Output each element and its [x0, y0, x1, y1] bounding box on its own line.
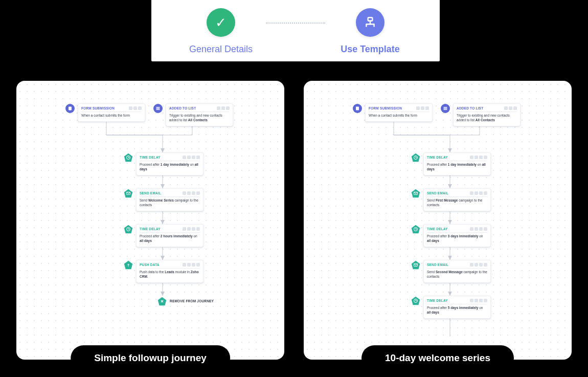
- step-time-delay[interactable]: TIME DELAY Proceed after 3 days immediat…: [411, 224, 491, 247]
- step-send-email[interactable]: SEND EMAIL Send First Message campaign t…: [411, 188, 491, 211]
- step-label: General Details: [189, 44, 253, 55]
- trigger-added-to-list[interactable]: ADDED TO LIST Trigger to existing and ne…: [153, 103, 233, 126]
- node-toolbar[interactable]: [129, 106, 142, 110]
- clock-icon: [411, 153, 420, 162]
- clock-icon: [411, 225, 420, 234]
- form-icon: [353, 104, 362, 113]
- exit-icon: [157, 297, 167, 306]
- step-general-details[interactable]: ✓ General Details: [180, 8, 262, 55]
- trigger-added-to-list[interactable]: ADDED TO LIST Trigger to existing and ne…: [441, 103, 521, 126]
- svg-marker-25: [448, 292, 452, 296]
- step-time-delay[interactable]: TIME DELAY Proceed after 2 hours immedia…: [124, 224, 203, 247]
- check-icon: ✓: [207, 8, 235, 37]
- step-time-delay[interactable]: TIME DELAY Proceed after 1 day immediate…: [411, 152, 491, 175]
- step-use-template[interactable]: Use Template: [329, 8, 411, 55]
- journey-canvas: FORM SUBMISSION When a contact submits t…: [304, 81, 572, 360]
- step-label: Use Template: [341, 44, 400, 55]
- trigger-form-submission[interactable]: FORM SUBMISSION When a contact submits t…: [65, 103, 145, 122]
- wizard-stepper: ✓ General Details Use Template: [151, 0, 440, 55]
- step-time-delay[interactable]: TIME DELAY Proceed after 1 day immediate…: [124, 152, 203, 175]
- end-remove-from-journey[interactable]: REMOVE FROM JOURNEY: [157, 296, 214, 306]
- svg-rect-27: [356, 107, 359, 110]
- form-icon: [65, 104, 75, 113]
- connectors: [16, 81, 284, 360]
- svg-rect-11: [156, 107, 160, 107]
- node-toolbar[interactable]: [470, 227, 487, 231]
- node-toolbar[interactable]: [470, 156, 487, 159]
- stepper-connector: [266, 23, 325, 24]
- svg-rect-28: [444, 107, 447, 107]
- template-card-simple-followup[interactable]: FORM SUBMISSION When a contact submits t…: [16, 81, 284, 360]
- mail-icon: [411, 260, 420, 270]
- list-icon: [441, 104, 450, 113]
- svg-marker-21: [448, 220, 452, 224]
- step-send-email[interactable]: SEND EMAIL Send Welcome Series campaign …: [124, 188, 203, 211]
- node-toolbar[interactable]: [470, 191, 487, 195]
- clock-icon: [124, 225, 133, 234]
- mail-icon: [124, 189, 133, 198]
- trigger-form-submission[interactable]: FORM SUBMISSION When a contact submits t…: [353, 103, 433, 122]
- clock-icon: [124, 153, 133, 162]
- svg-marker-3: [161, 184, 165, 188]
- template-caption: Simple followup journey: [71, 345, 230, 371]
- node-toolbar[interactable]: [217, 106, 230, 110]
- svg-marker-9: [161, 292, 165, 296]
- node-toolbar[interactable]: [470, 263, 487, 267]
- template-caption: 10-day welcome series: [361, 345, 514, 371]
- svg-marker-5: [161, 220, 165, 224]
- template-gallery: FORM SUBMISSION When a contact submits t…: [16, 81, 572, 360]
- node-toolbar[interactable]: [183, 227, 200, 231]
- upload-icon: [124, 260, 133, 270]
- step-push-data[interactable]: PUSH DATA Push data to the Leads module …: [124, 260, 203, 283]
- node-toolbar[interactable]: [470, 299, 487, 302]
- journey-canvas: FORM SUBMISSION When a contact submits t…: [16, 81, 284, 360]
- template-icon: [356, 8, 385, 37]
- mail-icon: [411, 189, 420, 198]
- clock-icon: [411, 296, 420, 305]
- node-toolbar[interactable]: [504, 106, 517, 110]
- step-time-delay[interactable]: TIME DELAY Proceed after 5 days immediat…: [411, 296, 491, 319]
- node-toolbar[interactable]: [183, 263, 200, 267]
- svg-rect-13: [156, 109, 160, 110]
- svg-marker-1: [161, 148, 165, 152]
- node-toolbar[interactable]: [416, 106, 429, 110]
- stepper-panel: ✓ General Details Use Template: [151, 0, 440, 61]
- node-toolbar[interactable]: [183, 191, 200, 195]
- svg-marker-23: [448, 256, 452, 260]
- step-send-email[interactable]: SEND EMAIL Send Second Message campaign …: [411, 260, 491, 283]
- svg-rect-29: [444, 108, 447, 108]
- svg-marker-19: [448, 184, 452, 188]
- template-card-10-day-welcome[interactable]: FORM SUBMISSION When a contact submits t…: [304, 81, 572, 360]
- svg-marker-17: [448, 148, 452, 152]
- svg-rect-12: [156, 108, 160, 108]
- list-icon: [153, 104, 163, 113]
- svg-rect-30: [444, 109, 447, 110]
- svg-marker-7: [161, 256, 165, 260]
- svg-rect-10: [69, 107, 72, 110]
- node-toolbar[interactable]: [183, 156, 200, 159]
